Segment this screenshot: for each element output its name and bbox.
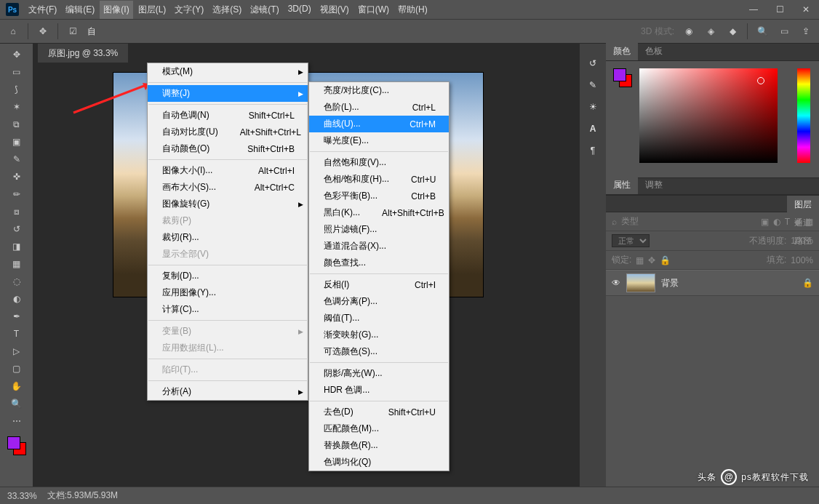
layer-row-background[interactable]: 👁 背景 🔒 (606, 270, 819, 296)
layer-thumbnail[interactable] (626, 273, 655, 292)
menu-item-gradient-map[interactable]: 渐变映射(G)... (309, 327, 449, 343)
menu-type[interactable]: 文字(Y) (171, 1, 207, 19)
frame-tool[interactable]: ▣ (7, 134, 27, 150)
adjustments-panel-icon[interactable]: ☀ (589, 102, 597, 112)
menu-layer[interactable]: 图层(L) (135, 1, 170, 19)
menu-item-invert[interactable]: 反相(I)Ctrl+I (309, 276, 449, 293)
eyedropper-tool[interactable]: ✎ (7, 151, 27, 167)
healing-brush-tool[interactable]: ✜ (7, 169, 27, 185)
menu-item-canvas-size[interactable]: 画布大小(S)...Alt+Ctrl+C (148, 179, 308, 196)
menu-item-photo-filter[interactable]: 照片滤镜(F)... (309, 221, 449, 238)
character-panel-icon[interactable]: A (590, 124, 596, 134)
panel-color-swatches[interactable] (613, 68, 634, 89)
menu-item-apply-image[interactable]: 应用图像(Y)... (148, 284, 308, 301)
menu-item-duplicate[interactable]: 复制(D)... (148, 268, 308, 284)
zoom-tool[interactable]: 🔍 (7, 396, 27, 412)
eraser-tool[interactable]: ◨ (7, 239, 27, 255)
crop-tool[interactable]: ⧉ (7, 116, 27, 132)
menu-item-trim[interactable]: 裁切(R)... (148, 229, 308, 246)
menu-item-analysis[interactable]: 分析(A) (148, 383, 308, 400)
filter-pixel-icon[interactable]: ▣ (761, 217, 769, 227)
menu-3d[interactable]: 3D(D) (284, 1, 315, 19)
brush-panel-icon[interactable]: ✎ (589, 80, 596, 90)
window-close-button[interactable]: ✕ (793, 0, 819, 19)
lock-pixels-icon[interactable]: ▦ (636, 255, 644, 265)
home-icon[interactable]: ⌂ (6, 24, 20, 39)
tab-properties[interactable]: 属性 (606, 176, 638, 194)
history-brush-tool[interactable]: ↺ (7, 221, 27, 237)
menu-item-posterize[interactable]: 色调分离(P)... (309, 293, 449, 310)
move-tool[interactable]: ✥ (7, 47, 27, 63)
blend-mode-select[interactable]: 正常 (612, 234, 650, 247)
move-tool-icon[interactable]: ✥ (36, 24, 50, 39)
filter-shape-icon[interactable]: ◆ (794, 217, 801, 227)
menu-item-levels[interactable]: 色阶(L)...Ctrl+L (309, 99, 449, 116)
more-tools[interactable]: ⋯ (7, 413, 27, 429)
menu-image[interactable]: 图像(I) (100, 1, 132, 19)
color-swatches[interactable] (6, 435, 28, 457)
brush-tool[interactable]: ✏ (7, 186, 27, 202)
path-select-tool[interactable]: ▷ (7, 343, 27, 359)
menu-item-hdr-toning[interactable]: HDR 色调... (309, 382, 449, 399)
menu-filter[interactable]: 滤镜(T) (247, 1, 282, 19)
rectangle-tool[interactable]: ▢ (7, 361, 27, 377)
panel-foreground-swatch[interactable] (613, 68, 626, 81)
menu-item-desaturate[interactable]: 去色(D)Shift+Ctrl+U (309, 404, 449, 420)
3d-icon-c[interactable]: ◆ (725, 24, 740, 39)
filter-type-icon[interactable]: T (785, 217, 790, 227)
menu-item-exposure[interactable]: 曝光度(E)... (309, 132, 449, 149)
filter-adjust-icon[interactable]: ◐ (773, 217, 780, 227)
lasso-tool[interactable]: ⟆ (7, 81, 27, 97)
dodge-tool[interactable]: ◐ (7, 291, 27, 307)
filter-smart-icon[interactable]: ▦ (805, 217, 813, 227)
auto-select-checkbox[interactable]: ☑ (65, 24, 80, 39)
share-icon[interactable]: ⇪ (799, 24, 813, 39)
opacity-value[interactable]: 100% (791, 236, 813, 246)
menu-item-auto-contrast[interactable]: 自动对比度(U)Alt+Shift+Ctrl+L (148, 124, 308, 140)
pen-tool[interactable]: ✒ (7, 308, 27, 324)
menu-help[interactable]: 帮助(H) (394, 1, 431, 19)
menu-item-auto-tone[interactable]: 自动色调(N)Shift+Ctrl+L (148, 107, 308, 124)
status-doc-info[interactable]: 文档:5.93M/5.93M (47, 489, 118, 502)
status-zoom[interactable]: 33.33% (7, 491, 37, 501)
document-tab[interactable]: 原图.jpg @ 33.3% (38, 44, 128, 63)
hue-strip[interactable] (797, 68, 810, 163)
3d-icon-b[interactable]: ◈ (703, 24, 718, 39)
tab-swatches[interactable]: 色板 (638, 42, 670, 60)
tab-color[interactable]: 颜色 (606, 42, 638, 60)
layer-visibility-icon[interactable]: 👁 (612, 278, 620, 288)
type-tool[interactable]: T (7, 326, 27, 342)
menu-item-black-white[interactable]: 黑白(K)...Alt+Shift+Ctrl+B (309, 204, 449, 221)
menu-item-replace-color[interactable]: 替换颜色(R)... (309, 437, 449, 454)
magic-wand-tool[interactable]: ✶ (7, 99, 27, 115)
menu-item-brightness-contrast[interactable]: 亮度/对比度(C)... (309, 82, 449, 99)
menu-select[interactable]: 选择(S) (209, 1, 245, 19)
menu-item-channel-mixer[interactable]: 通道混合器(X)... (309, 238, 449, 255)
gradient-tool[interactable]: ▦ (7, 256, 27, 272)
menu-item-calculations[interactable]: 计算(C)... (148, 301, 308, 318)
menu-item-color-lookup[interactable]: 颜色查找... (309, 255, 449, 271)
menu-item-curves[interactable]: 曲线(U)...Ctrl+M (309, 116, 449, 132)
menu-item-adjustments[interactable]: 调整(J) (148, 85, 308, 102)
blur-tool[interactable]: ◌ (7, 273, 27, 289)
fill-value[interactable]: 100% (791, 255, 813, 265)
menu-edit[interactable]: 编辑(E) (62, 1, 98, 19)
menu-item-image-rotation[interactable]: 图像旋转(G) (148, 196, 308, 212)
workspace-icon[interactable]: ▭ (777, 24, 791, 39)
menu-item-vibrance[interactable]: 自然饱和度(V)... (309, 154, 449, 171)
marquee-tool[interactable]: ▭ (7, 64, 27, 80)
foreground-color-swatch[interactable] (7, 436, 20, 449)
menu-item-shadows-highlights[interactable]: 阴影/高光(W)... (309, 365, 449, 382)
menu-item-equalize[interactable]: 色调均化(Q) (309, 454, 449, 471)
hand-tool[interactable]: ✋ (7, 378, 27, 394)
layer-name[interactable]: 背景 (661, 277, 679, 289)
search-icon[interactable]: 🔍 (755, 24, 770, 39)
menu-item-threshold[interactable]: 阈值(T)... (309, 310, 449, 327)
menu-file[interactable]: 文件(F) (25, 1, 60, 19)
window-maximize-button[interactable]: ☐ (767, 0, 793, 19)
3d-icon-a[interactable]: ◉ (682, 24, 696, 39)
menu-item-auto-color[interactable]: 自动颜色(O)Shift+Ctrl+B (148, 140, 308, 157)
menu-item-mode[interactable]: 模式(M) (148, 63, 308, 80)
paragraph-panel-icon[interactable]: ¶ (591, 145, 595, 156)
menu-item-selective-color[interactable]: 可选颜色(S)... (309, 343, 449, 360)
